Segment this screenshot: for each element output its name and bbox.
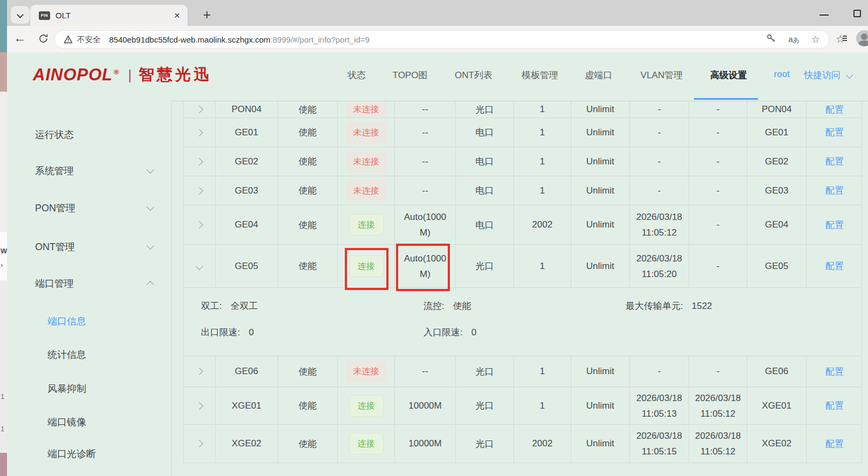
cell-rate-limit: Unlimit <box>571 425 630 463</box>
status-badge: 未连接 <box>346 180 387 202</box>
cell-port-type: 光口 <box>456 245 514 287</box>
sidebar-item-pon-mgmt[interactable]: PON管理 <box>35 202 75 215</box>
sidebar-subitem-port-mirror[interactable]: 端口镜像 <box>47 416 86 429</box>
detail-label: 流控: <box>423 301 445 311</box>
cell-port-type: 电口 <box>456 205 514 244</box>
cell-time-1: 2026/03/18 11:05:20 <box>630 245 689 287</box>
chevron-down-icon <box>17 11 24 18</box>
table-row-GE04: GE04使能连接Auto(1000M)电口2002Unlimit2026/03/… <box>184 205 862 245</box>
tab-search-caret-button[interactable] <box>11 6 30 24</box>
nav-tab-topo[interactable]: TOPO图 <box>393 69 428 81</box>
chevron-right-icon[interactable] <box>196 440 203 447</box>
config-link[interactable]: 配置 <box>825 184 844 197</box>
window-maximize-button[interactable] <box>853 10 861 17</box>
window-minimize-button[interactable] <box>820 15 829 16</box>
nav-tab-virtual-port[interactable]: 虚端口 <box>585 69 613 81</box>
chevron-right-icon[interactable] <box>196 368 203 375</box>
chevron-right-icon[interactable] <box>196 402 203 409</box>
detail-flow-control: 流控:使能 <box>423 300 471 312</box>
bookmark-star-icon[interactable]: ☆ <box>811 35 820 44</box>
chevron-down-icon[interactable] <box>148 165 153 175</box>
cell-vlan: 2002 <box>514 205 571 244</box>
address-bar[interactable]: 不安全 8540eb91dbc55fcd-web.maolink.sczhgx.… <box>54 30 829 49</box>
chevron-right-icon[interactable] <box>196 157 203 165</box>
config-link[interactable]: 配置 <box>825 104 844 116</box>
nav-tab-template-mgmt[interactable]: 模板管理 <box>522 69 558 81</box>
sidebar-subitem-port-optical-diag[interactable]: 端口光诊断 <box>47 447 96 460</box>
sidebar-item-running-status[interactable]: 运行状态 <box>35 128 74 141</box>
sidebar-item-port-mgmt[interactable]: 端口管理 <box>35 277 74 290</box>
chevron-down-icon[interactable] <box>148 241 153 251</box>
translate-icon[interactable]: aあ <box>788 35 800 45</box>
cell-time-1: 2026/03/18 11:05:15 <box>630 425 689 463</box>
sidebar-subitem-port-info[interactable]: 端口信息 <box>47 315 86 328</box>
chevron-down-icon[interactable] <box>148 202 153 212</box>
cell-port-name: GE04 <box>216 205 278 244</box>
cell-time-1: - <box>630 101 689 118</box>
chevron-right-icon[interactable] <box>196 187 203 194</box>
url-path: :8999/#/port_info?port_id=9 <box>270 35 370 44</box>
config-link[interactable]: 配置 <box>825 126 844 139</box>
cell-vlan: 2002 <box>514 425 571 463</box>
browser-tab[interactable]: PIN OLT × <box>30 5 188 26</box>
status-badge: 连接 <box>349 395 384 417</box>
browser-window: PIN OLT × + ← 不安全 8540eb91dbc55fcd-web.m… <box>7 0 868 476</box>
back-button[interactable]: ← <box>13 31 26 45</box>
cell-speed: -- <box>395 118 456 147</box>
config-link[interactable]: 配置 <box>825 260 844 272</box>
cell-expander <box>184 176 216 205</box>
content-panel: PON04使能未连接--光口1Unlimit--PON04配置GE01使能未连接… <box>171 101 868 476</box>
cell-port-name: PON04 <box>216 101 278 118</box>
cell-rate-limit: Unlimit <box>571 118 630 147</box>
favorites-list-icon[interactable]: ☆ <box>836 33 845 45</box>
quick-access-link[interactable]: 快捷访问 <box>804 69 841 81</box>
cell-action: 配置 <box>807 356 862 387</box>
cell-vlan: 1 <box>514 356 571 387</box>
nav-tab-ont-list[interactable]: ONT列表 <box>455 69 492 81</box>
desktop-segment <box>0 232 7 280</box>
desktop-segment <box>0 0 7 52</box>
security-label: 不安全 <box>77 35 101 45</box>
port-table: PON04使能未连接--光口1Unlimit--PON04配置GE01使能未连接… <box>183 101 862 463</box>
cell-enable: 使能 <box>278 101 338 118</box>
config-link[interactable]: 配置 <box>825 155 844 168</box>
cell-link-status: 未连接 <box>338 176 395 205</box>
cell-port-name: GE01 <box>216 118 278 147</box>
reload-button[interactable] <box>38 33 49 46</box>
cell-rate-limit: Unlimit <box>571 101 630 118</box>
active-tab-underline <box>694 98 758 100</box>
cell-port-name: GE02 <box>216 147 278 176</box>
sidebar-item-ont-mgmt[interactable]: ONT管理 <box>35 240 75 253</box>
config-link[interactable]: 配置 <box>825 219 844 231</box>
tab-close-icon[interactable]: × <box>174 10 180 20</box>
profile-avatar[interactable] <box>856 30 868 46</box>
config-link[interactable]: 配置 <box>825 399 844 412</box>
cell-vlan: 1 <box>514 101 571 118</box>
not-secure-warning-icon[interactable] <box>64 35 73 44</box>
sidebar-subitem-statistics[interactable]: 统计信息 <box>47 348 86 361</box>
cell-time-1: - <box>630 176 689 205</box>
new-tab-button[interactable]: + <box>198 6 216 23</box>
chevron-right-icon[interactable] <box>196 128 203 136</box>
chevron-right-icon[interactable] <box>196 106 203 113</box>
cell-action: 配置 <box>807 387 862 424</box>
config-link[interactable]: 配置 <box>825 438 844 450</box>
config-link[interactable]: 配置 <box>825 365 844 378</box>
chevron-down-icon[interactable] <box>846 72 853 79</box>
cell-port-name-2: GE01 <box>747 118 807 147</box>
registered-mark: ® <box>114 68 119 76</box>
nav-tab-vlan-mgmt[interactable]: VLAN管理 <box>641 69 683 81</box>
sidebar-item-system-mgmt[interactable]: 系统管理 <box>35 164 74 177</box>
nav-tab-status[interactable]: 状态 <box>348 69 366 81</box>
cell-time-2: - <box>689 101 747 118</box>
chevron-up-icon[interactable] <box>148 280 153 289</box>
cell-rate-limit: Unlimit <box>571 205 630 244</box>
chevron-down-icon[interactable] <box>196 262 203 270</box>
cell-expander <box>184 147 216 176</box>
sidebar-subitem-storm-control[interactable]: 风暴抑制 <box>47 382 86 395</box>
user-root-link[interactable]: root <box>774 69 789 80</box>
chevron-right-icon[interactable] <box>196 221 203 229</box>
nav-tab-advanced-settings[interactable]: 高级设置 <box>710 69 747 81</box>
cell-time-2: - <box>689 245 747 287</box>
password-key-icon[interactable] <box>766 33 776 46</box>
